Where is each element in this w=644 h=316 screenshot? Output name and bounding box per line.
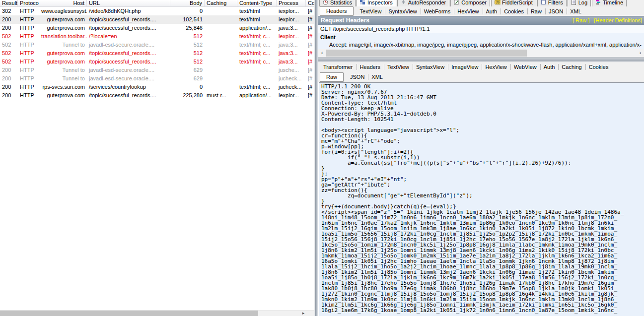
tab-webview[interactable]: WebView (510, 63, 540, 71)
session-list-horizontal-scrollbar[interactable]: ▸ (0, 310, 314, 316)
tab-inspectors[interactable]: Inspectors (357, 0, 396, 6)
column-header-content_type[interactable]: Content-Type (237, 0, 277, 7)
session-cell-result: 200 (0, 74, 18, 83)
scroll-left-icon[interactable]: ‹ (318, 49, 326, 57)
tab-hexview[interactable]: HexView (454, 7, 482, 15)
tab-hexview[interactable]: HexView (482, 63, 510, 71)
session-row[interactable]: 502HTTPtranslation.toolbar..../?locale=e… (0, 32, 314, 41)
tab-caching[interactable]: Caching (558, 63, 585, 71)
scroll-right-icon[interactable]: ▸ (299, 311, 307, 316)
session-cell-caching (205, 49, 237, 58)
tab-syntaxview[interactable]: SyntaxView (385, 7, 420, 15)
header-definitions-link[interactable]: [Header Definitions] (594, 16, 642, 25)
accept-header-line[interactable]: Accept: image/gif, image/x-xbitmap, imag… (318, 41, 644, 48)
tab-textview[interactable]: TextView (357, 7, 385, 15)
tab-headers[interactable]: Headers (357, 63, 384, 71)
tab-autoresponder[interactable]: AutoResponder (397, 0, 449, 6)
tab-label: Raw (326, 74, 337, 80)
session-cell-url: javadl-esd-secure.oracle.... (87, 41, 170, 49)
column-header-comments[interactable]: Co (306, 0, 314, 7)
panel-splitter[interactable] (314, 0, 318, 316)
session-row[interactable]: 200HTTPTunnel tojavadl-esd-secure.oracle… (0, 66, 314, 74)
session-cell-content_type: text/html (237, 15, 277, 24)
tab-filters[interactable]: Filters (537, 0, 567, 6)
session-cell-process: java:3... (277, 41, 306, 49)
session-row[interactable]: 200HTTPguterprova.com/topic/successful_r… (0, 91, 314, 100)
column-header-body[interactable]: Body (170, 0, 205, 7)
tab-label: Raw (531, 8, 542, 14)
session-cell-protocol: HTTP (18, 15, 39, 24)
session-row[interactable]: 200HTTPguterprova.com/topic/successful_r… (0, 15, 314, 24)
session-cell-body: 225,280 (170, 91, 205, 100)
column-header-url[interactable]: URL (87, 0, 170, 7)
tab-composer[interactable]: Composer (450, 0, 490, 6)
session-cell-host: www.eaglesunsyst... (39, 7, 87, 15)
session-cell-protocol: HTTP (18, 66, 39, 74)
session-cell-result: 200 (0, 15, 18, 24)
request-line[interactable]: GET /topic/successful_records.php HTTP/1… (318, 25, 644, 33)
session-cell-result: 200 (0, 91, 18, 100)
tab-json[interactable]: JSON (347, 73, 368, 81)
tab-transformer[interactable]: Transformer (320, 63, 357, 71)
client-section-label[interactable]: Client (318, 33, 644, 41)
tab-imageview[interactable]: ImageView (448, 63, 482, 71)
session-cell-comments: [# (306, 49, 314, 58)
column-header-result[interactable]: Result (0, 0, 18, 7)
tab-label: Caching (562, 64, 581, 70)
session-cell-comments: [# (306, 58, 314, 66)
session-cell-process: iexplor... (277, 91, 306, 100)
scrollbar-thumb[interactable] (326, 50, 527, 57)
tab-headers[interactable]: Headers (320, 6, 354, 16)
tab-cookies[interactable]: Cookies (585, 63, 612, 71)
tab-raw[interactable]: Raw (527, 7, 545, 15)
column-header-protocol[interactable]: Protocol (18, 0, 39, 7)
tab-json[interactable]: JSON (545, 7, 567, 15)
session-cell-protocol: HTTP (18, 41, 39, 49)
column-header-caching[interactable]: Caching (205, 0, 237, 7)
tab-raw[interactable]: Raw (320, 72, 344, 82)
session-cell-host: guterprova.com (39, 15, 87, 24)
request-horizontal-scrollbar[interactable]: ‹ › (318, 49, 644, 57)
session-row[interactable]: 502HTTPTunnel tojavadl-esd-secure.oracle… (0, 41, 314, 49)
session-cell-comments: [# (306, 41, 314, 49)
session-cell-result: 200 (0, 83, 18, 91)
session-row[interactable]: 200HTTPguterprova.com/topic/successful_r… (0, 24, 314, 32)
session-row[interactable]: 502HTTPguterprova.com/topic/successful_r… (0, 49, 314, 58)
session-cell-body: 25,846 (170, 24, 205, 32)
scrollbar-thumb[interactable] (0, 311, 258, 316)
session-cell-caching (205, 24, 237, 32)
tab-statistics[interactable]: Statistics (319, 0, 356, 6)
session-row[interactable]: 502HTTPguterprova.com/topic/successful_r… (0, 58, 314, 66)
tab-fiddlerscript[interactable]: JSFiddlerScript (491, 0, 536, 6)
raw-link[interactable]: [ Raw ] (572, 16, 589, 25)
request-response-splitter[interactable] (318, 57, 644, 62)
session-cell-url: javadl-esd-secure.oracle.... (87, 66, 170, 74)
session-cell-content_type: text/html; c... (237, 58, 277, 66)
column-header-host[interactable]: Host (39, 0, 87, 7)
session-cell-protocol: HTTP (18, 7, 39, 15)
tab-label: Auth (486, 8, 498, 14)
column-header-process[interactable]: Process (277, 0, 306, 7)
tab-cookies[interactable]: Cookies (501, 7, 527, 15)
tab-xml[interactable]: XML (368, 73, 386, 81)
session-row[interactable]: 200HTTPTunnel tojavadl-esd-secure.oracle… (0, 74, 314, 83)
response-raw-view[interactable]: HTTP/1.1 200 OK Server: nginx/0.7.67 Dat… (319, 82, 644, 316)
tab-syntaxview[interactable]: SyntaxView (413, 63, 448, 71)
session-cell-body: 512 (170, 41, 205, 49)
session-cell-caching (205, 66, 237, 74)
session-cell-body: 0 (170, 83, 205, 91)
tab-auth[interactable]: Auth (483, 7, 501, 15)
tab-xml[interactable]: XML (567, 7, 585, 15)
tab-webforms[interactable]: WebForms (421, 7, 454, 15)
svg-text:JS: JS (496, 0, 500, 4)
session-cell-content_type: text/html; c... (237, 32, 277, 41)
tab-textview[interactable]: TextView (384, 63, 413, 71)
tab-log[interactable]: Log (568, 0, 591, 6)
session-cell-content_type (237, 74, 277, 83)
scroll-right-icon[interactable]: › (637, 49, 644, 57)
session-cell-protocol: HTTP (18, 74, 39, 83)
session-row[interactable]: 302HTTPwww.eaglesunsyst.../video/k8dhKQH… (0, 7, 314, 15)
tab-auth[interactable]: Auth (540, 63, 559, 71)
session-row[interactable]: 200HTTPrps-svcs.sun.com/services/country… (0, 83, 314, 91)
tab-timeline[interactable]: Timeline (592, 0, 627, 6)
